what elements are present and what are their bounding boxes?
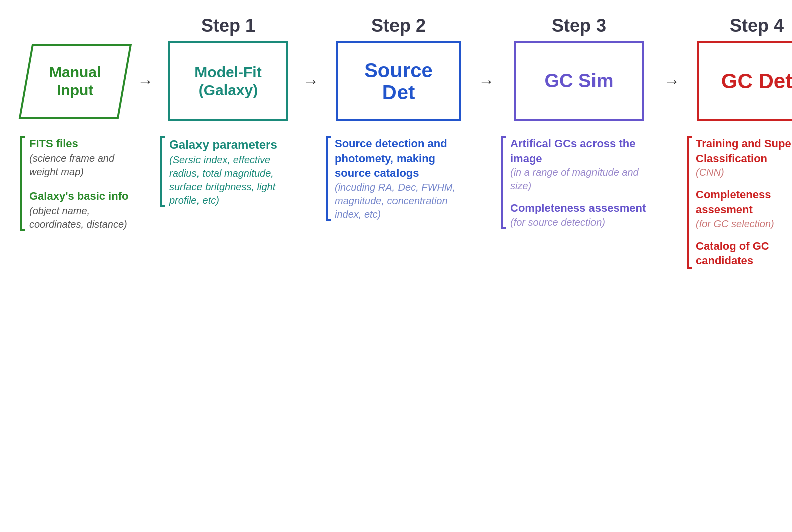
manual-detail-block: FITS files (science frame and weight map… <box>20 136 130 231</box>
step2-box-col: SourceDet <box>326 41 471 121</box>
step1-detail-col: Galaxy parameters (Sersic index, effecti… <box>160 136 296 207</box>
s2-desc: (incuding RA, Dec, FWHM, magnitude, conc… <box>335 181 471 221</box>
fits-block: FITS files (science frame and weight map… <box>29 136 130 179</box>
step3-bracket <box>501 136 506 229</box>
s4-desc: (CNN) <box>696 166 792 179</box>
s3-title2: Completeness assesment <box>510 201 657 216</box>
step1-label: Step 1 <box>160 15 296 36</box>
col-step3-header: Step 3 <box>501 15 657 36</box>
boxes-row: ManualInput → Model-Fit(Galaxy) → Source… <box>20 41 772 121</box>
step3-label: Step 3 <box>501 15 657 36</box>
arrow-3: → <box>471 72 501 91</box>
step2-detail-block: Source detection and photomety, making s… <box>326 136 471 221</box>
step2-detail-col: Source detection and photomety, making s… <box>326 136 471 221</box>
step3-detail-col: Artifical GCs across the image (in a ran… <box>501 136 657 229</box>
step1-detail-block: Galaxy parameters (Sersic index, effecti… <box>160 136 296 207</box>
step2-box: SourceDet <box>336 41 461 121</box>
col-step2-header: Step 2 <box>326 15 471 36</box>
step4-bracket <box>687 136 692 269</box>
s2-title: Source detection and photomety, making s… <box>335 136 471 181</box>
s1-title: Galaxy parameters <box>169 136 296 153</box>
manual-input-text: ManualInput <box>49 63 101 99</box>
manual-input-col: ManualInput <box>20 44 130 119</box>
s4-desc2: (for GC selection) <box>696 217 792 231</box>
step4-detail-block: Training and Supervised Classification (… <box>687 136 792 269</box>
step3-detail-block: Artifical GCs across the image (in a ran… <box>501 136 657 229</box>
step4-label: Step 4 <box>687 15 792 36</box>
s1-desc: (Sersic index, effective radius, total m… <box>169 153 296 207</box>
main-diagram: Step 1 Step 2 Step 3 Step 4 ManualInput … <box>0 0 792 532</box>
col-step1-header: Step 1 <box>160 15 296 36</box>
fits-desc: (science frame and weight map) <box>29 152 130 179</box>
s4-title: Training and Supervised Classification <box>696 136 792 166</box>
step-headers-row: Step 1 Step 2 Step 3 Step 4 <box>20 15 772 36</box>
galaxy-desc: (object name, coordinates, distance) <box>29 204 130 231</box>
details-row: FITS files (science frame and weight map… <box>20 136 772 269</box>
arrow-4: → <box>657 72 687 91</box>
s4-title2: Completeness assesment <box>696 187 792 217</box>
s3-desc: (in a range of magnitude and size) <box>510 166 657 193</box>
col-step4-header: Step 4 <box>687 15 792 36</box>
step1-box: Model-Fit(Galaxy) <box>168 41 288 121</box>
s4-title3: Catalog of GC candidates <box>696 239 792 269</box>
step2-bracket <box>326 136 331 221</box>
step3-box-col: GC Sim <box>501 41 657 121</box>
arrow-1: → <box>130 72 160 91</box>
step3-box: GC Sim <box>514 41 644 121</box>
s3-title: Artifical GCs across the image <box>510 136 657 166</box>
step2-label: Step 2 <box>326 15 471 36</box>
step1-box-col: Model-Fit(Galaxy) <box>160 41 296 121</box>
fits-title: FITS files <box>29 136 130 152</box>
step1-bracket <box>160 136 165 207</box>
manual-input-box: ManualInput <box>19 44 132 119</box>
step4-detail-col: Training and Supervised Classification (… <box>687 136 792 269</box>
s3-desc2: (for source detection) <box>510 216 657 229</box>
arrow-2: → <box>296 72 326 91</box>
galaxy-title: Galaxy's basic info <box>29 189 130 204</box>
step4-box-col: GC Det <box>687 41 792 121</box>
step4-box: GC Det <box>697 41 792 121</box>
manual-detail-col: FITS files (science frame and weight map… <box>20 136 130 231</box>
manual-bracket <box>20 136 25 231</box>
